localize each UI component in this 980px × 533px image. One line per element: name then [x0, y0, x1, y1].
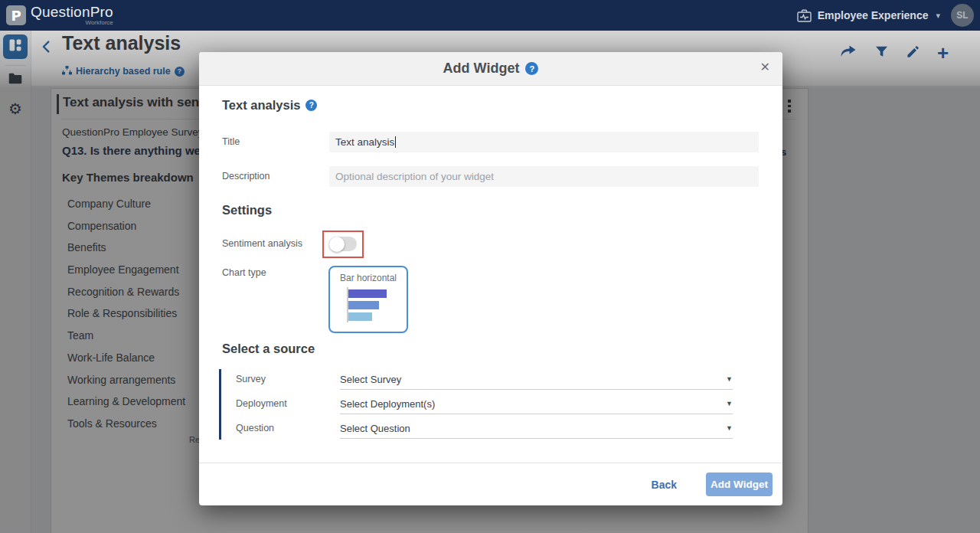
back-button[interactable] — [38, 38, 55, 58]
brand-name: QuestionPro — [31, 5, 113, 19]
avatar-initials: SL — [956, 10, 968, 21]
theme-item: Working arrangements — [67, 369, 185, 391]
title-input-value: Text analysis — [335, 136, 394, 148]
settings-heading: Settings — [222, 203, 272, 217]
hierarchy-icon — [62, 64, 72, 78]
survey-select[interactable]: Select Survey ▼ — [340, 369, 733, 390]
dropdown-caret-icon: ▼ — [726, 375, 733, 383]
sidebar-item-settings[interactable]: ⚙ — [8, 101, 23, 116]
chart-type-option-label: Bar horizontal — [340, 273, 397, 283]
brand-subtitle: Workforce — [86, 20, 113, 26]
hierarchy-help-icon[interactable]: ? — [175, 67, 185, 77]
modal-section-heading: Text analysis ? — [222, 98, 317, 113]
themes-list: Company Culture Compensation Benefits Em… — [67, 193, 185, 435]
description-label: Description — [222, 171, 270, 181]
add-widget-modal: Add Widget ? ✕ Text analysis ? Title Tex… — [199, 52, 782, 505]
hierarchy-rule-selector[interactable]: Hierarchy based rule ? — [62, 64, 185, 78]
add-widget-submit-button[interactable]: Add Widget — [706, 473, 773, 496]
title-input[interactable]: Text analysis — [329, 132, 759, 152]
brand[interactable]: P QuestionPro Workforce — [6, 5, 113, 26]
gear-icon: ⚙ — [8, 100, 22, 118]
modal-help-icon[interactable]: ? — [525, 62, 538, 75]
questionpro-logo-icon: P — [6, 5, 26, 25]
select-source-heading-text: Select a source — [222, 342, 315, 356]
sidebar-item-dashboard[interactable] — [3, 34, 28, 59]
bar-horizontal-icon — [343, 287, 394, 322]
page-toolbar: + — [839, 43, 949, 63]
description-placeholder: Optional description of your widget — [335, 171, 494, 182]
sentiment-analysis-label: Sentiment analysis — [222, 238, 302, 249]
sentiment-toggle[interactable] — [329, 237, 357, 251]
top-navbar: P QuestionPro Workforce Employee Experie… — [0, 0, 980, 31]
page-title: Text analysis — [62, 32, 181, 54]
user-avatar[interactable]: SL — [951, 4, 974, 27]
add-widget-plus-icon[interactable]: + — [937, 45, 949, 60]
survey-select-value: Select Survey — [340, 374, 401, 385]
share-icon[interactable] — [839, 43, 858, 63]
title-label: Title — [222, 136, 240, 147]
widget-menu-kebab-icon[interactable] — [788, 100, 791, 113]
question-select-value: Select Question — [340, 423, 410, 434]
briefcase-pulse-icon — [797, 9, 812, 22]
hierarchy-rule-label: Hierarchy based rule — [76, 66, 171, 77]
chart-type-label: Chart type — [222, 267, 266, 278]
modal-title: Add Widget — [443, 60, 520, 77]
settings-heading-text: Settings — [222, 203, 272, 217]
theme-item: Team — [67, 325, 185, 347]
chart-type-option-bar-horizontal[interactable]: Bar horizontal — [328, 266, 408, 333]
deployment-select-value: Select Deployment(s) — [340, 398, 435, 410]
dropdown-caret-icon: ▼ — [726, 400, 733, 407]
theme-item: Tools & Resources — [67, 413, 185, 435]
toggle-knob — [329, 237, 345, 252]
app-screen: P QuestionPro Workforce Employee Experie… — [0, 0, 980, 533]
deployment-select[interactable]: Select Deployment(s) ▼ — [340, 394, 733, 414]
theme-item: Recognition & Rewards — [67, 281, 185, 303]
axis-label-fragment: Re — [189, 435, 200, 444]
close-icon[interactable]: ✕ — [760, 61, 770, 74]
description-input[interactable]: Optional description of your widget — [329, 166, 759, 187]
question-select[interactable]: Select Question ▼ — [340, 418, 733, 439]
folder-icon — [8, 73, 22, 87]
source-accent-bar — [219, 369, 221, 440]
workspace-selector[interactable]: Employee Experience — [818, 9, 929, 21]
question-text: Q13. Is there anything we did — [62, 144, 221, 157]
filter-icon[interactable] — [874, 44, 889, 62]
text-cursor — [395, 136, 396, 148]
edit-pencil-icon[interactable] — [906, 44, 920, 62]
deployment-label: Deployment — [236, 398, 287, 409]
theme-item: Company Culture — [67, 193, 185, 215]
theme-item: Role & Responsibilities — [67, 302, 185, 325]
question-label: Question — [236, 423, 274, 433]
section-help-icon[interactable]: ? — [305, 100, 317, 111]
modal-footer: Back Add Widget — [199, 463, 782, 505]
back-button[interactable]: Back — [652, 479, 677, 491]
theme-item: Learning & Development — [67, 391, 185, 413]
select-source-heading: Select a source — [222, 342, 315, 356]
theme-item: Employee Engagement — [67, 259, 185, 281]
key-themes-heading: Key Themes breakdown — [62, 171, 194, 184]
dashboard-grid-icon — [8, 38, 23, 56]
theme-item: Benefits — [67, 237, 185, 259]
card-title-accent-bar — [57, 94, 59, 114]
modal-header: Add Widget ? ✕ — [199, 52, 782, 86]
theme-item: Compensation — [67, 215, 185, 237]
theme-item: Work-Life Balance — [67, 347, 185, 369]
workspace-chevron-down-icon[interactable]: ▾ — [936, 11, 940, 21]
survey-label: Survey — [236, 374, 266, 384]
modal-section-heading-text: Text analysis — [222, 98, 300, 113]
left-sidebar: ⚙ — [0, 31, 31, 533]
dropdown-caret-icon: ▼ — [726, 424, 733, 432]
sidebar-divider — [5, 65, 25, 66]
sidebar-item-folders[interactable] — [8, 72, 23, 87]
